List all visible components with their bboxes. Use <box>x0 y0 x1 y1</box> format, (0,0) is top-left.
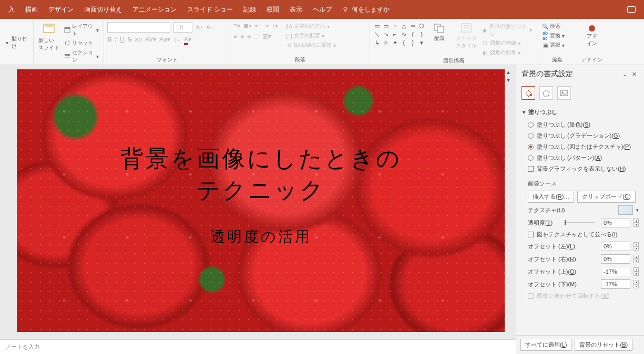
tab-insert-partial[interactable]: 入 <box>3 0 20 19</box>
fit-down-icon[interactable]: ▼ <box>506 77 511 83</box>
quick-styles-button[interactable]: クイック スタイル <box>454 20 478 49</box>
replace-button[interactable]: abac置換▾ <box>540 32 566 40</box>
indent-increase-button[interactable]: ⇥ <box>263 22 269 29</box>
fit-up-icon[interactable]: ▲ <box>506 69 511 75</box>
offset-top-down[interactable]: ▾ <box>633 272 639 276</box>
offset-bottom-up[interactable]: ▴ <box>633 280 639 284</box>
underline-button[interactable]: U <box>120 36 125 43</box>
addins-button[interactable]: アド イン <box>580 20 604 47</box>
offset-bottom-value[interactable]: -17% <box>601 279 630 289</box>
shape-rect-icon[interactable]: ▭ <box>373 22 381 29</box>
tab-view[interactable]: 表示 <box>284 0 308 19</box>
offset-right-down[interactable]: ▾ <box>633 259 639 263</box>
align-right-button[interactable]: ≡ <box>247 33 251 40</box>
align-center-button[interactable]: ≡ <box>240 33 244 40</box>
tab-record[interactable]: 記録 <box>238 0 261 19</box>
increase-font-button[interactable]: A↑ <box>196 24 203 31</box>
tab-draw[interactable]: 描画 <box>20 0 43 19</box>
tab-help[interactable]: ヘルプ <box>308 0 337 19</box>
shape-line2-icon[interactable]: ↘ <box>382 30 390 38</box>
font-size-select[interactable]: 18 <box>173 22 192 33</box>
tab-animations[interactable]: アニメーション <box>127 0 182 19</box>
slide-title-text[interactable]: 背景を画像にしたときの テクニック <box>17 143 505 206</box>
shape-fill-button[interactable]: ◆図形の塗りつぶし▾ <box>481 22 534 38</box>
shape-callout-icon[interactable]: ✦ <box>391 39 398 46</box>
new-slide-button[interactable]: 新しい スライド <box>37 20 60 51</box>
shape-outline-button[interactable]: ☐図形の枠線▾ <box>481 39 534 47</box>
insert-picture-button[interactable]: 挿入する(R)… <box>528 191 574 203</box>
fill-pattern-radio[interactable]: 塗りつぶし (パターン)(A) <box>522 152 639 163</box>
texture-picker[interactable] <box>618 205 633 215</box>
fill-section-toggle[interactable]: ▼塗りつぶし <box>522 105 639 119</box>
fill-solid-radio[interactable]: 塗りつぶし (単色)(S) <box>522 119 639 130</box>
tile-as-texture-check[interactable]: 図をテクスチャとして並べる(I) <box>522 229 639 240</box>
offset-top-value[interactable]: -17% <box>601 267 630 276</box>
transparency-slider[interactable] <box>565 222 595 223</box>
columns-button[interactable]: ▥▾ <box>262 33 271 40</box>
tab-slideshow[interactable]: スライド ショー <box>182 0 238 19</box>
fill-gradient-radio[interactable]: 塗りつぶし (グラデーション)(G) <box>522 130 639 141</box>
shape-effects-button[interactable]: ◐図形の効果▾ <box>481 48 534 57</box>
offset-right-value[interactable]: 0% <box>601 254 630 264</box>
layout-button[interactable]: レイアウト▾ <box>63 22 100 38</box>
offset-left-value[interactable]: 0% <box>601 242 630 251</box>
shape-star-icon[interactable]: ☆ <box>382 39 390 46</box>
arrange-button[interactable]: 配置 <box>427 20 452 42</box>
panel-options-icon[interactable]: ⌄ <box>620 71 629 78</box>
present-icon[interactable] <box>622 0 641 19</box>
numbering-button[interactable]: ≣▾ <box>243 22 252 29</box>
hide-bg-graphics-check[interactable]: 背景グラフィックを表示しない(H) <box>522 163 639 174</box>
transparency-down[interactable]: ▾ <box>633 223 639 227</box>
italic-button[interactable]: I <box>115 36 117 43</box>
justify-button[interactable]: ≣ <box>254 33 259 40</box>
decrease-font-button[interactable]: A↓ <box>206 24 213 31</box>
reset-background-button[interactable]: 背景のリセット(B) <box>575 339 632 351</box>
panel-tab-effects[interactable] <box>539 86 553 100</box>
paste-split[interactable]: ▾貼り付け <box>3 35 30 50</box>
apply-to-all-button[interactable]: すべてに適用(L) <box>520 339 571 351</box>
section-button[interactable]: セクション▾ <box>63 48 100 64</box>
texture-dropdown-icon[interactable]: ▾ <box>636 207 639 213</box>
slide-subtitle-text[interactable]: 透明度の活用 <box>17 227 505 247</box>
offset-top-up[interactable]: ▴ <box>633 267 639 272</box>
offset-right-up[interactable]: ▴ <box>633 255 639 259</box>
find-button[interactable]: 🔍検索 <box>540 22 566 30</box>
panel-close-icon[interactable]: ✕ <box>629 71 639 78</box>
shape-arrow-icon[interactable]: ⇨ <box>409 22 416 29</box>
shapes-more-icon[interactable]: ▾ <box>418 39 425 46</box>
shape-rect2-icon[interactable]: ▭ <box>382 22 390 29</box>
shape-curve-icon[interactable]: ∿ <box>400 30 407 38</box>
clipboard-picture-button[interactable]: クリップボード(C) <box>577 191 635 203</box>
align-left-button[interactable]: ≡ <box>233 33 237 40</box>
transparency-value[interactable]: 0% <box>601 218 630 227</box>
transparency-up[interactable]: ▴ <box>633 218 639 223</box>
change-case-button[interactable]: Aa▾ <box>159 36 170 43</box>
tab-design[interactable]: デザイン <box>43 0 79 19</box>
text-align-button[interactable]: [≡]文字の配置▾ <box>284 32 338 40</box>
highlight-button[interactable]: ⎀▾ <box>173 36 181 43</box>
bullets-button[interactable]: ≡▾ <box>233 22 240 29</box>
offset-bottom-down[interactable]: ▾ <box>633 284 639 288</box>
shadow-button[interactable]: ab <box>135 36 142 43</box>
text-direction-button[interactable]: ‖A文字列の方向▾ <box>284 22 338 30</box>
tab-transitions[interactable]: 画面切り替え <box>79 0 127 19</box>
shape-brace2-icon[interactable]: } <box>418 30 425 38</box>
shape-line3-icon[interactable]: ⌐ <box>391 30 398 38</box>
tab-review[interactable]: 校閲 <box>261 0 284 19</box>
font-family-select[interactable] <box>107 22 170 33</box>
strikethrough-button[interactable]: S̶ <box>128 36 132 43</box>
shapes-gallery[interactable]: ▭▭○△⇨⬡ ＼↘⌐∿{} ↳☆✦{}▾ <box>373 20 425 46</box>
select-button[interactable]: ▣選択▾ <box>540 41 566 49</box>
shape-oval-icon[interactable]: ○ <box>391 22 398 29</box>
reset-button[interactable]: リセット <box>63 39 100 47</box>
convert-smartart-button[interactable]: ⟲SmartArt に変換▾ <box>284 41 338 49</box>
shape-hex-icon[interactable]: ⬡ <box>418 22 425 29</box>
shape-triangle-icon[interactable]: △ <box>400 22 407 29</box>
shape-line-icon[interactable]: ＼ <box>373 30 381 38</box>
notes-pane[interactable]: ノートを入力 <box>0 339 516 354</box>
char-spacing-button[interactable]: AV▾ <box>145 36 156 43</box>
panel-tab-fill[interactable] <box>522 86 535 100</box>
shape-brace-icon[interactable]: { <box>409 30 416 38</box>
shape-connector-icon[interactable]: ↳ <box>373 39 381 46</box>
bold-button[interactable]: B <box>107 36 112 43</box>
